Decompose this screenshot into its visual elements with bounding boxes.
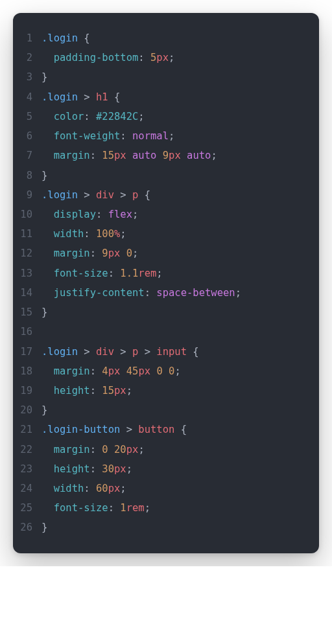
line-content: margin: 0 20px;	[42, 440, 145, 459]
line-content	[42, 322, 47, 341]
code-line: 19 height: 15px;	[19, 381, 310, 400]
token-value-unit: %	[114, 228, 120, 240]
token-value-flex: flex	[108, 209, 132, 220]
token-plain	[120, 365, 126, 377]
token-value-num: 9	[163, 150, 169, 161]
line-content: .login > h1 {	[42, 87, 120, 107]
token-colon: :	[90, 150, 102, 161]
line-number: 2	[19, 48, 42, 67]
line-content: padding-bottom: 5px;	[42, 48, 174, 67]
code-line: 21.login-button > button {	[19, 420, 310, 439]
line-content: .login-button > button {	[42, 420, 187, 439]
token-value-hex: #22842C	[96, 111, 138, 122]
token-plain	[42, 228, 54, 240]
token-value-num: 30	[102, 463, 114, 475]
token-plain	[108, 91, 114, 103]
code-line: 9.login > div > p {	[19, 185, 310, 205]
token-value-unit: rem	[138, 268, 156, 279]
line-content: font-size: 1.1rem;	[42, 264, 163, 283]
token-selector-class: .login	[42, 189, 78, 201]
token-selector-class: .login-button	[42, 424, 120, 435]
line-number: 5	[19, 107, 42, 126]
token-value-num: 0	[156, 365, 162, 377]
line-number: 18	[19, 362, 42, 381]
token-semicolon: ;	[132, 209, 138, 220]
line-number: 25	[19, 498, 42, 518]
token-value-unit: px	[114, 385, 126, 397]
line-content: }	[42, 303, 47, 322]
token-property: width	[54, 483, 84, 494]
token-selector-combinator: >	[78, 91, 96, 103]
line-number: 14	[19, 283, 42, 303]
token-plain	[42, 130, 54, 142]
token-property: margin	[54, 150, 90, 161]
line-number: 7	[19, 146, 42, 165]
token-value-num: 60	[96, 483, 108, 494]
token-value-unit: px	[126, 444, 139, 455]
token-selector-combinator: >	[138, 346, 156, 358]
token-property: margin	[54, 247, 90, 259]
token-brace: {	[114, 91, 120, 103]
line-content: }	[42, 166, 47, 185]
token-colon: :	[90, 444, 102, 455]
code-line: 17.login > div > p > input {	[19, 342, 310, 362]
token-value-num: 1	[120, 502, 126, 514]
token-brace: {	[193, 346, 198, 358]
code-line: 26}	[19, 518, 310, 537]
token-plain	[42, 385, 54, 397]
token-semicolon: ;	[235, 287, 241, 299]
token-value-num: 9	[102, 247, 108, 259]
line-content: justify-content: space-between;	[42, 283, 241, 303]
token-colon: :	[84, 228, 96, 240]
token-selector-tag: p	[132, 189, 138, 201]
token-brace: }	[42, 522, 47, 533]
token-value-sb: space-between	[156, 287, 235, 299]
code-line: 23 height: 30px;	[19, 459, 310, 479]
line-number: 1	[19, 29, 42, 48]
token-property: height	[54, 463, 90, 475]
line-number: 9	[19, 185, 42, 205]
line-number: 16	[19, 322, 42, 341]
line-number: 19	[19, 381, 42, 400]
token-selector-combinator: >	[78, 189, 96, 201]
line-number: 11	[19, 224, 42, 244]
token-colon: :	[90, 385, 102, 397]
token-plain	[42, 247, 54, 259]
token-property: font-weight	[54, 130, 121, 142]
code-line: 15}	[19, 303, 310, 322]
token-plain	[42, 502, 54, 514]
line-content: height: 30px;	[42, 459, 132, 479]
code-line: 4.login > h1 {	[19, 87, 310, 107]
code-line: 8}	[19, 166, 310, 185]
code-line: 12 margin: 9px 0;	[19, 244, 310, 263]
line-content: width: 60px;	[42, 479, 126, 498]
code-line: 10 display: flex;	[19, 205, 310, 224]
token-colon: :	[90, 247, 102, 259]
token-plain	[42, 463, 54, 475]
token-property: font-size	[54, 268, 108, 279]
token-value-unit: px	[108, 247, 121, 259]
token-plain	[42, 483, 54, 494]
token-colon: :	[90, 463, 102, 475]
line-number: 22	[19, 440, 42, 459]
token-selector-tag: input	[156, 346, 187, 358]
token-property: height	[54, 385, 90, 397]
token-colon: :	[145, 287, 157, 299]
token-semicolon: ;	[156, 268, 162, 279]
token-colon: :	[84, 111, 96, 122]
code-block: 1.login {2 padding-bottom: 5px;3}4.login…	[13, 13, 319, 553]
token-brace: {	[181, 424, 187, 435]
line-number: 23	[19, 459, 42, 479]
line-content: color: #22842C;	[42, 107, 145, 126]
line-content: .login > div > p {	[42, 185, 150, 205]
token-value-unit: px	[114, 150, 126, 161]
token-colon: :	[90, 365, 102, 377]
token-value-unit: px	[108, 365, 121, 377]
token-selector-combinator: >	[78, 346, 96, 358]
token-semicolon: ;	[138, 111, 144, 122]
token-property: justify-content	[54, 287, 145, 299]
token-selector-combinator: >	[120, 424, 138, 435]
token-selector-class: .login	[42, 346, 78, 358]
code-line: 14 justify-content: space-between;	[19, 283, 310, 303]
token-colon: :	[108, 268, 121, 279]
